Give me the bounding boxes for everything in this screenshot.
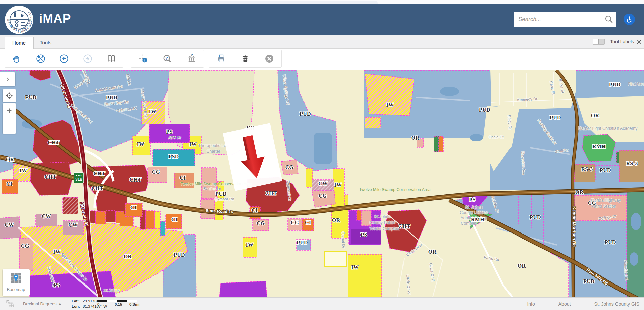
poi-label: County Utilities — [460, 210, 487, 215]
tab-tools[interactable]: Tools — [32, 37, 59, 49]
plus-icon — [6, 107, 13, 114]
zoning-label: PUD — [550, 115, 561, 120]
zoom-in-button[interactable] — [3, 103, 16, 118]
zoning-label: IW — [334, 182, 342, 188]
poi-label: Works Complex — [370, 226, 399, 231]
zoning-label: CHT — [129, 177, 142, 183]
print-button[interactable] — [213, 51, 229, 66]
clear-selection-button[interactable] — [262, 51, 277, 66]
identify-button[interactable] — [136, 51, 151, 66]
zoning-label: CI — [305, 220, 311, 225]
zoning-label: CG — [152, 169, 160, 175]
tab-bar: Home Tools Tool Labels — [0, 35, 644, 49]
about-link[interactable]: About — [558, 301, 571, 307]
app-header: ST. JOHNS COUNTY FLORIDA AT FIRST SIGHT … — [0, 4, 644, 35]
street-label: Ocale Ct — [489, 135, 504, 139]
svg-text:318: 318 — [75, 177, 82, 182]
accessibility-button[interactable] — [624, 14, 635, 25]
svg-text:?: ? — [166, 56, 168, 61]
close-icon[interactable] — [634, 35, 644, 49]
tool-labels-toggle[interactable] — [593, 39, 605, 45]
zoning-label: IW — [351, 264, 359, 270]
zoning-label: CW — [68, 222, 78, 228]
zoning-label: PS — [54, 282, 60, 288]
zoning-label: OR — [6, 157, 14, 162]
zoning-label: CHT — [93, 171, 105, 176]
coordinate-format-selector[interactable]: Decimal Degrees ▲ — [17, 301, 68, 306]
map-viewport[interactable]: EXIT 318 Mars WayMerrill DrOutlet Centre… — [0, 70, 644, 297]
browser-strip — [0, 0, 644, 4]
zoom-extent-button[interactable] — [33, 51, 48, 66]
pan-hand-button[interactable] — [9, 51, 24, 66]
bookmarks-button[interactable] — [104, 51, 119, 66]
zoning-label: PUD — [25, 94, 37, 100]
toolbar-group-output — [209, 50, 282, 68]
street-label: ATC Dr — [168, 136, 181, 140]
zoning-label: PUD — [106, 95, 117, 100]
zoning-label: CHT — [48, 140, 60, 145]
conservation-area-label: Twelve Mile Swamp Conservation Area — [359, 187, 430, 192]
svg-text:1821: 1821 — [28, 19, 31, 21]
search-input[interactable] — [514, 12, 604, 27]
zoning-label: OR — [591, 113, 599, 118]
map-canvas[interactable]: EXIT 318 Mars WayMerrill DrOutlet Centre… — [0, 70, 644, 297]
zoning-label: CG — [285, 164, 294, 170]
map-toolbar: ? — [0, 49, 644, 70]
chevron-right-icon — [5, 76, 11, 82]
county-seal-logo: ST. JOHNS COUNTY FLORIDA AT FIRST SIGHT … — [5, 5, 34, 34]
zoning-label: CG — [21, 243, 30, 249]
toolbar-group-navigation — [5, 50, 123, 68]
street-label: Oxmoor Rd — [215, 197, 234, 201]
zoning-label: CHT — [91, 185, 103, 191]
zoning-label: PUD — [174, 252, 185, 258]
zoning-label: OR — [124, 254, 132, 259]
locate-button[interactable] — [3, 89, 16, 102]
zoning-label: PS — [361, 232, 367, 238]
zoning-label: IW — [386, 102, 394, 108]
street-label: Comet Dr — [341, 231, 346, 248]
zoning-label: OR — [332, 217, 340, 223]
poi-label: St Johns — [104, 288, 120, 293]
zoning-label: CI — [252, 207, 258, 213]
coordinates-icon[interactable] — [5, 299, 14, 308]
poi-label: Harbor Light Christian Academy — [578, 126, 638, 131]
zoning-label: PUD — [605, 239, 616, 245]
zoning-label: RS-3 — [626, 161, 638, 166]
page-title: iMAP — [39, 12, 71, 26]
zoom-panel — [3, 103, 16, 134]
zoning-label: CG — [291, 220, 299, 225]
zoning-label: IW — [53, 249, 61, 255]
zoning-label: PUD — [300, 111, 311, 117]
zoning-label: CI — [180, 175, 186, 181]
zoning-label: PSD — [168, 154, 179, 159]
zoning-label: CW — [5, 222, 14, 228]
poi-label: Charter — [206, 149, 220, 154]
zoning-label: OR — [575, 189, 584, 195]
tool-labels-label: Tool Labels — [610, 39, 634, 44]
search-box[interactable] — [514, 12, 616, 27]
info-link[interactable]: Info — [527, 301, 535, 307]
zoning-label: PUD — [600, 167, 611, 173]
nav-forward-button[interactable] — [80, 51, 95, 66]
zoning-label: IW — [20, 168, 28, 173]
sidebar-expander-button[interactable] — [0, 72, 15, 86]
nav-back-button[interactable] — [56, 51, 72, 66]
zoning-label: PUD — [215, 191, 227, 197]
zoning-label: RMH — [592, 144, 606, 149]
query-search-button[interactable]: ? — [160, 51, 175, 66]
poi-label: Therapeutic Lear — [198, 143, 230, 148]
layers-button[interactable] — [237, 51, 253, 66]
zoning-label: PUD — [297, 240, 308, 245]
tab-home[interactable]: Home — [5, 37, 34, 49]
zoning-label: CG — [319, 193, 327, 199]
zoning-label: CHT — [398, 223, 410, 229]
poi-label: First Coa — [628, 82, 644, 86]
poi-label: St Johns — [374, 214, 391, 219]
zoning-label: OR — [411, 135, 420, 141]
basemap-button[interactable]: Basemap — [3, 269, 30, 296]
zoning-label: IW — [137, 141, 145, 147]
government-services-button[interactable] — [184, 51, 199, 66]
zoom-out-button[interactable] — [3, 118, 16, 134]
search-icon[interactable] — [604, 15, 614, 24]
basemap-icon — [9, 271, 23, 285]
